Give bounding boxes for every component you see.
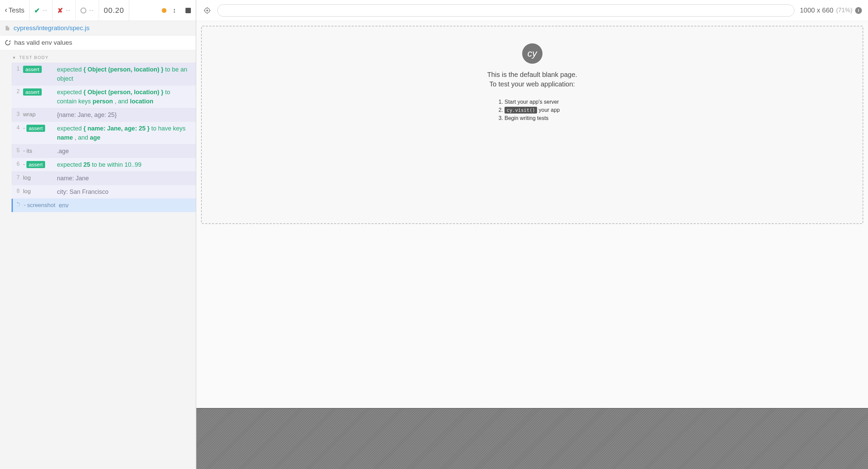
stats-failed: ✘ --	[53, 0, 76, 21]
command-row-running[interactable]: -screenshotenv	[12, 199, 196, 212]
method-name: wrap	[23, 111, 36, 118]
command-message: name: Jane	[57, 174, 191, 183]
child-dash-icon: -	[23, 125, 25, 132]
command-message: expected 25 to be within 10..99	[57, 160, 191, 169]
child-dash-icon: -	[23, 147, 25, 155]
spec-path: cypress/integration/spec.js	[14, 24, 90, 32]
svg-point-7	[16, 203, 17, 204]
assert-badge: assert	[26, 125, 45, 132]
command-row[interactable]: 1assertexpected { Object (person, locati…	[12, 63, 196, 85]
child-dash-icon: -	[24, 202, 26, 209]
header-spacer	[129, 0, 157, 21]
command-number: 1	[15, 66, 20, 72]
command-row[interactable]: 5-its.age	[12, 144, 196, 158]
pending-count: --	[89, 7, 94, 14]
command-method: -assert	[23, 125, 54, 132]
svg-point-1	[19, 203, 19, 204]
auto-scroll-indicator-icon[interactable]	[162, 8, 166, 13]
aut-header: 1000 x 660 (71%) i	[196, 0, 868, 21]
aut-iframe: cy This is the default blank page. To te…	[201, 26, 863, 224]
stop-icon	[185, 8, 191, 13]
command-number: 2	[15, 88, 20, 95]
stats-pending: --	[76, 0, 99, 21]
section-label: TEST BODY	[19, 55, 48, 60]
command-row[interactable]: 2assertexpected { Object (person, locati…	[12, 85, 196, 108]
reporter-header: ‹ Tests ✔ -- ✘ -- -- 00.20 ↕	[0, 0, 196, 21]
command-row[interactable]: 6-assertexpected 25 to be within 10..99	[12, 158, 196, 171]
command-number: 7	[15, 175, 20, 181]
blank-step-3: Begin writing tests	[505, 115, 560, 121]
blank-line-1: This is the default blank page.	[444, 70, 620, 79]
command-method: -assert	[23, 161, 54, 168]
cypress-logo-icon: cy	[522, 43, 542, 64]
viewport-info[interactable]: 1000 x 660 (71%) i	[800, 6, 862, 14]
info-icon: i	[855, 7, 862, 14]
aut-viewport: cy This is the default blank page. To te…	[196, 21, 868, 469]
method-name: log	[23, 175, 31, 181]
svg-point-9	[206, 10, 208, 11]
method-name: log	[23, 188, 31, 195]
stats-passed: ✔ --	[29, 0, 53, 21]
command-method: -its	[23, 147, 54, 155]
cross-icon: ✘	[57, 6, 63, 15]
selector-playground-button[interactable]	[202, 6, 212, 15]
assert-badge: assert	[26, 161, 45, 168]
method-name: screenshot	[27, 202, 55, 209]
blank-steps: Start your app's server cy.visit() your …	[505, 97, 560, 123]
caret-down-icon: ▼	[12, 56, 16, 60]
visit-code: cy.visit()	[505, 107, 537, 114]
commands-list: 1assertexpected { Object (person, locati…	[12, 63, 196, 212]
header-controls: ↕	[157, 0, 181, 21]
running-spinner-icon	[5, 40, 11, 46]
url-input[interactable]	[217, 4, 794, 17]
command-message: expected { Object (person, location) } t…	[57, 88, 191, 106]
command-row[interactable]: 3wrap{name: Jane, age: 25}	[12, 108, 196, 122]
command-number: 3	[15, 111, 20, 117]
command-message: env	[59, 201, 191, 210]
file-icon	[5, 25, 10, 31]
svg-point-5	[16, 206, 17, 206]
passed-count: --	[43, 7, 47, 14]
command-message: .age	[57, 147, 191, 156]
assert-badge: assert	[23, 88, 42, 96]
back-label: Tests	[8, 6, 24, 14]
stop-button[interactable]	[181, 0, 196, 21]
viewport-scale: (71%)	[836, 7, 852, 14]
child-dash-icon: -	[23, 161, 25, 168]
command-row[interactable]: 8logcity: San Francisco	[12, 185, 196, 199]
svg-point-6	[15, 204, 16, 205]
reporter-pane: ‹ Tests ✔ -- ✘ -- -- 00.20 ↕	[0, 0, 196, 469]
timer-value: 00.20	[104, 6, 124, 15]
chevron-left-icon: ‹	[5, 6, 7, 14]
command-number: 4	[15, 125, 20, 131]
timer: 00.20	[99, 0, 129, 21]
test-title-row[interactable]: has valid env values	[0, 36, 196, 50]
spec-file-row[interactable]: cypress/integration/spec.js	[0, 21, 196, 36]
command-row[interactable]: 7logname: Jane	[12, 171, 196, 185]
command-method: log	[23, 175, 54, 181]
command-row[interactable]: 4-assertexpected { name: Jane, age: 25 }…	[12, 122, 196, 144]
back-to-tests-button[interactable]: ‹ Tests	[0, 0, 29, 21]
command-method: log	[23, 188, 54, 195]
command-method: -screenshot	[24, 202, 55, 209]
blank-line-2: To test your web application:	[444, 79, 620, 89]
command-number: 6	[15, 161, 20, 167]
command-message: expected { name: Jane, age: 25 } to have…	[57, 124, 191, 142]
command-log: ▼ TEST BODY 1assertexpected { Object (pe…	[0, 50, 196, 212]
auto-scroll-toggle-icon[interactable]: ↕	[173, 6, 176, 14]
test-title: has valid env values	[14, 39, 72, 46]
command-number: 5	[15, 147, 20, 154]
check-icon: ✔	[34, 6, 40, 15]
method-name: its	[26, 148, 32, 155]
command-message: {name: Jane, age: 25}	[57, 110, 191, 120]
command-message: expected { Object (person, location) } t…	[57, 65, 191, 83]
failed-count: --	[66, 7, 71, 14]
test-body-heading[interactable]: ▼ TEST BODY	[12, 52, 196, 63]
command-method: assert	[23, 88, 54, 96]
command-message: city: San Francisco	[57, 187, 191, 197]
pending-ring-icon	[80, 7, 86, 14]
command-number: 8	[15, 188, 20, 194]
assert-badge: assert	[23, 66, 42, 73]
command-method: assert	[23, 66, 54, 73]
svg-point-3	[19, 206, 19, 206]
